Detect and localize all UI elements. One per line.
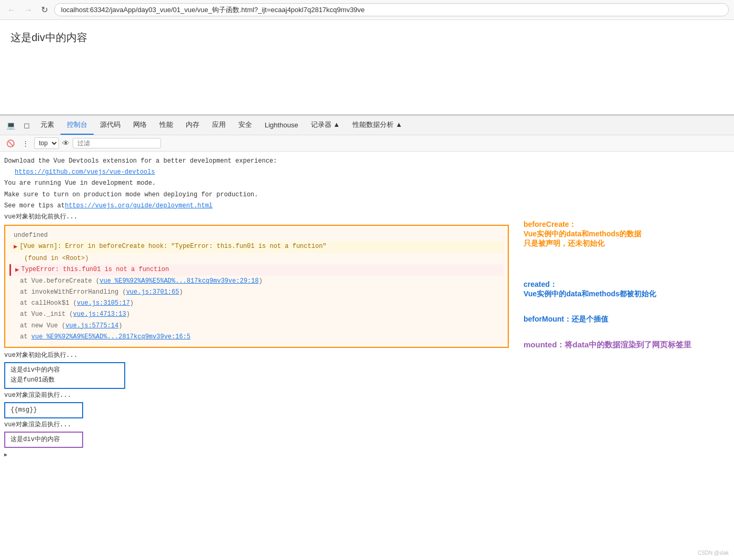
context-select[interactable]: top xyxy=(34,137,59,149)
before-mount-out: {{msg}} xyxy=(11,405,77,415)
before-create-annotation-desc2: 只是被声明，还未初始化 xyxy=(524,239,723,248)
devtools-link[interactable]: https://github.com/vuejs/vue-devtools xyxy=(15,168,155,176)
console-warn-found: (found in <Root>) xyxy=(9,253,504,264)
stack-6: at vue_%E9%92%A9%E5%AD%...2817kcq9mv39ve… xyxy=(9,332,504,343)
annotation-mounted: mounted：将data中的数据渲染到了网页标签里 xyxy=(524,340,723,350)
stack-link-4[interactable]: vue.js:4713:13 xyxy=(73,311,126,318)
page-heading: 这是div中的内容 xyxy=(11,31,723,45)
annotation-created: created： Vue实例中的data和methods都被初始化 xyxy=(524,280,723,299)
console-warn-line: ▶ [Vue warn]: Error in beforeCreate hook… xyxy=(9,241,504,253)
stack-text-6: at vue_%E9%92%A9%E5%AD%...2817kcq9mv39ve… xyxy=(20,332,190,342)
stack-4: at Vue._init (vue.js:4713:13) xyxy=(9,309,504,320)
tab-memory[interactable]: 内存 xyxy=(179,116,206,135)
stack-text-5: at new Vue (vue.js:5775:14) xyxy=(20,321,122,331)
warn-icon: ▶ xyxy=(14,242,17,252)
console-line-dev-mode: You are running Vue in development mode. xyxy=(0,178,513,189)
watermark: CSDN @slak xyxy=(698,550,729,556)
prod-mode-text: Make sure to turn on production mode whe… xyxy=(4,190,258,200)
created-out-line2: 这是fun01函数 xyxy=(11,375,119,385)
console-line-tips: See more tips at https://vuejs.org/guide… xyxy=(0,201,513,212)
error-icon: ▶ xyxy=(15,265,19,275)
tab-perf-insights[interactable]: 性能数据分析 ▲ xyxy=(346,116,408,135)
stack-text-4: at Vue._init (vue.js:4713:13) xyxy=(20,309,130,319)
console-line-devtools-link: https://github.com/vuejs/vue-devtools xyxy=(0,167,513,178)
annotation-pane: beforeCreate： Vue实例中的data和methods的数据 只是被… xyxy=(513,152,734,464)
console-after-init: vue对象初始化后执行... xyxy=(0,350,513,361)
console-line-prod-mode: Make sure to turn on production mode whe… xyxy=(0,189,513,201)
console-undefined-line: undefined xyxy=(9,230,504,241)
url-bar[interactable] xyxy=(54,3,729,16)
tab-network[interactable]: 网络 xyxy=(127,116,153,135)
tips-link[interactable]: https://vuejs.org/guide/deployment.html xyxy=(65,201,213,211)
after-render-text: vue对象渲染后执行... xyxy=(4,420,71,430)
back-button[interactable]: ← xyxy=(5,4,18,16)
dev-mode-text: You are running Vue in development mode. xyxy=(4,178,156,188)
stack-text-2: at invokeWithErrorHandling (vue.js:3701:… xyxy=(20,287,183,297)
devtools-panel: 💻 ◻ 元素 控制台 源代码 网络 性能 内存 应用 安全 Lighthouse… xyxy=(0,115,734,464)
console-line-devtools-msg: Download the Vue Devtools extension for … xyxy=(0,156,513,167)
annotation-before-create: beforeCreate： Vue实例中的data和methods的数据 只是被… xyxy=(524,220,723,248)
before-mount-output-block: {{msg}} xyxy=(4,402,509,418)
before-create-log: vue对象初始化前执行... xyxy=(4,212,77,222)
mounted-annotation-title: mounted：将data中的数据渲染到了网页标签里 xyxy=(524,340,723,350)
clear-console-button[interactable]: 🚫 xyxy=(4,138,17,148)
tips-text: See more tips at xyxy=(4,201,65,211)
devtools-body: Download the Vue Devtools extension for … xyxy=(0,152,734,464)
console-filter-input[interactable] xyxy=(73,138,161,148)
created-annotation-title: created： xyxy=(524,280,723,289)
reload-button[interactable]: ↻ xyxy=(39,4,50,16)
error-text: TypeError: this.fun01 is not a function xyxy=(21,265,169,275)
created-out-line1: 这是div中的内容 xyxy=(11,365,119,375)
forward-button[interactable]: → xyxy=(22,4,35,16)
before-create-annotation-title: beforeCreate： xyxy=(524,220,723,229)
toggle-sidebar-button[interactable]: ⋮ xyxy=(20,138,31,148)
tab-performance[interactable]: 性能 xyxy=(153,116,179,135)
stack-link-1[interactable]: vue_%E9%92%A9%E5%AD%...817kcq9mv39ve:29:… xyxy=(99,277,258,285)
stack-text-3: at callHook$1 (vue.js:3105:17) xyxy=(20,298,134,308)
tab-console[interactable]: 控制台 xyxy=(61,116,94,135)
error-box: undefined ▶ [Vue warn]: Error in beforeC… xyxy=(4,225,509,348)
stack-1: at Vue.beforeCreate (vue_%E9%92%A9%E5%AD… xyxy=(9,276,504,287)
tab-security[interactable]: 安全 xyxy=(232,116,258,135)
annotation-before-mount: beforMount：还是个插值 xyxy=(524,315,723,324)
console-output: Download the Vue Devtools extension for … xyxy=(0,152,513,464)
before-render-text: vue对象渲染前执行... xyxy=(4,391,71,401)
warn-text: [Vue warn]: Error in beforeCreate hook: … xyxy=(19,242,326,252)
expand-triangle-icon: ▶ xyxy=(4,451,7,459)
tab-application[interactable]: 应用 xyxy=(206,116,232,135)
inspect-icon[interactable]: 💻 xyxy=(2,118,19,133)
console-line-before-create-msg: vue对象初始化前执行... xyxy=(0,212,513,223)
console-before-render: vue对象渲染前执行... xyxy=(0,390,513,401)
stack-text-1: at Vue.beforeCreate (vue_%E9%92%A9%E5%AD… xyxy=(20,276,263,286)
created-output-block: 这是div中的内容 这是fun01函数 xyxy=(4,362,509,388)
undefined-text: undefined xyxy=(14,231,48,241)
tab-recorder[interactable]: 记录器 ▲ xyxy=(305,116,346,135)
eye-icon[interactable]: 👁 xyxy=(62,139,69,147)
mounted-out: 这是div中的内容 xyxy=(11,435,77,445)
devtools-download-text: Download the Vue Devtools extension for … xyxy=(4,156,277,166)
before-create-annotation-desc1: Vue实例中的data和methods的数据 xyxy=(524,229,723,239)
before-mount-annotation-title: beforMount：还是个插值 xyxy=(524,315,723,324)
stack-5: at new Vue (vue.js:5775:14) xyxy=(9,321,504,332)
tab-sources[interactable]: 源代码 xyxy=(94,116,127,135)
stack-3: at callHook$1 (vue.js:3105:17) xyxy=(9,298,504,309)
expand-row[interactable]: ▶ xyxy=(0,449,513,460)
devtools-tab-bar: 💻 ◻ 元素 控制台 源代码 网络 性能 内存 应用 安全 Lighthouse… xyxy=(0,116,734,135)
stack-link-3[interactable]: vue.js:3105:17 xyxy=(77,299,130,307)
after-init-text: vue对象初始化后执行... xyxy=(4,351,77,361)
created-annotation-desc: Vue实例中的data和methods都被初始化 xyxy=(524,289,723,299)
console-error-line: ▶ TypeError: this.fun01 is not a functio… xyxy=(9,264,504,276)
tab-lighthouse[interactable]: Lighthouse xyxy=(258,117,305,134)
stack-link-5[interactable]: vue.js:5775:14 xyxy=(65,322,118,329)
stack-link-2[interactable]: vue.js:3701:65 xyxy=(126,288,179,296)
devtools-toolbar: 🚫 ⋮ top 👁 xyxy=(0,135,734,152)
browser-bar: ← → ↻ xyxy=(0,0,734,20)
stack-link-6[interactable]: vue_%E9%92%A9%E5%AD%...2817kcq9mv39ve:16… xyxy=(32,333,190,341)
console-pane: Download the Vue Devtools extension for … xyxy=(0,152,513,464)
mounted-output-block: 这是div中的内容 xyxy=(4,432,509,448)
tab-elements[interactable]: 元素 xyxy=(34,116,61,135)
warn-found-text: (found in <Root>) xyxy=(14,254,88,264)
stack-2: at invokeWithErrorHandling (vue.js:3701:… xyxy=(9,287,504,298)
page-content: 这是div中的内容 xyxy=(0,20,734,115)
device-icon[interactable]: ◻ xyxy=(19,118,34,133)
